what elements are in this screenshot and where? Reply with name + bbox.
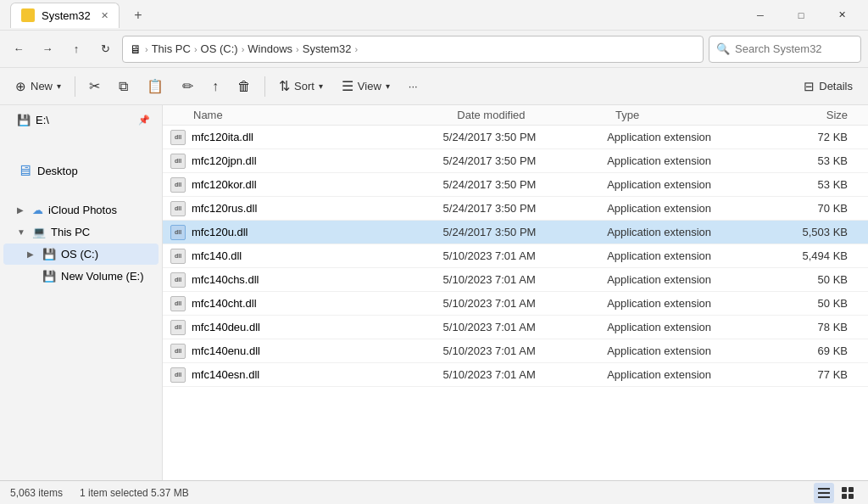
title-tab[interactable]: System32 ✕ bbox=[10, 3, 120, 28]
back-button[interactable]: ← bbox=[7, 37, 31, 61]
os-c-icon: 💾 bbox=[42, 248, 56, 260]
rename-button[interactable]: ✏ bbox=[174, 73, 202, 100]
sidebar-item-os-c[interactable]: ▶ 💾 OS (C:) bbox=[3, 244, 159, 265]
file-size: 77 KB bbox=[771, 368, 861, 381]
share-button[interactable]: ↑ bbox=[203, 73, 227, 100]
file-type: Application extension bbox=[607, 131, 771, 143]
table-row[interactable]: dllmfc140esn.dll 5/10/2023 7:01 AM Appli… bbox=[163, 363, 868, 387]
cut-button[interactable]: ✂ bbox=[81, 73, 108, 100]
sidebar-item-icloud[interactable]: ▶ ☁ iCloud Photos bbox=[3, 199, 159, 221]
os-c-label: OS (C:) bbox=[61, 248, 98, 260]
file-size: 50 KB bbox=[771, 273, 861, 286]
file-date: 5/10/2023 7:01 AM bbox=[443, 249, 608, 262]
svg-rect-0 bbox=[818, 488, 830, 490]
file-date: 5/24/2017 3:50 PM bbox=[443, 178, 608, 191]
sep-toolbar-2 bbox=[264, 76, 265, 97]
title-bar: System32 ✕ + ─ □ ✕ bbox=[0, 0, 868, 31]
file-icon: dll bbox=[170, 176, 186, 193]
table-row[interactable]: dllmfc120jpn.dll 5/24/2017 3:50 PM Appli… bbox=[163, 149, 868, 173]
delete-button[interactable]: 🗑 bbox=[229, 73, 259, 100]
file-date: 5/24/2017 3:50 PM bbox=[443, 154, 608, 167]
new-button[interactable]: ⊕ New ▾ bbox=[7, 73, 70, 100]
breadcrumb-thispc[interactable]: This PC bbox=[152, 42, 191, 55]
desktop-icon: 🖥 bbox=[17, 162, 32, 180]
new-volume-label: New Volume (E:) bbox=[61, 270, 144, 283]
delete-icon: 🗑 bbox=[237, 79, 251, 94]
minimize-button[interactable]: ─ bbox=[741, 3, 780, 28]
file-size: 69 KB bbox=[771, 344, 861, 357]
cut-icon: ✂ bbox=[89, 78, 100, 94]
table-row[interactable]: dllmfc140enu.dll 5/10/2023 7:01 AM Appli… bbox=[163, 339, 868, 363]
breadcrumb-osc[interactable]: OS (C:) bbox=[201, 42, 238, 55]
grid-view-toggle[interactable] bbox=[837, 483, 858, 503]
table-row[interactable]: dllmfc120ita.dll 5/24/2017 3:50 PM Appli… bbox=[163, 126, 868, 149]
file-icon: dll bbox=[170, 319, 186, 336]
paste-button[interactable]: 📋 bbox=[138, 73, 172, 100]
col-header-name[interactable]: Name bbox=[170, 109, 457, 121]
window-close-button[interactable]: ✕ bbox=[822, 3, 861, 28]
svg-rect-6 bbox=[849, 494, 854, 499]
search-input[interactable] bbox=[735, 42, 854, 55]
new-tab-button[interactable]: + bbox=[126, 3, 150, 27]
svg-rect-4 bbox=[849, 487, 854, 492]
icloud-label: iCloud Photos bbox=[48, 204, 117, 216]
file-type: Application extension bbox=[607, 273, 771, 286]
breadcrumb-windows[interactable]: Windows bbox=[248, 42, 292, 55]
pc-icon: 🖥 bbox=[130, 42, 142, 56]
file-type: Application extension bbox=[607, 178, 771, 191]
share-icon: ↑ bbox=[212, 79, 219, 94]
table-row[interactable]: dllmfc140.dll 5/10/2023 7:01 AM Applicat… bbox=[163, 244, 868, 268]
file-type: Application extension bbox=[607, 154, 771, 167]
sort-label: Sort bbox=[294, 80, 314, 92]
rename-icon: ✏ bbox=[182, 78, 193, 94]
file-type: Application extension bbox=[607, 344, 771, 357]
svg-rect-1 bbox=[818, 492, 830, 494]
up-button[interactable]: ↑ bbox=[64, 37, 88, 61]
toolbar: ⊕ New ▾ ✂ ⧉ 📋 ✏ ↑ 🗑 ⇅ Sort ▾ ☰ View ▾ ··… bbox=[0, 68, 868, 105]
sidebar-item-e-drive[interactable]: 💾 E:\ 📌 bbox=[3, 109, 159, 131]
col-header-size[interactable]: Size bbox=[774, 109, 861, 121]
col-header-type[interactable]: Type bbox=[615, 109, 774, 121]
file-icon: dll bbox=[170, 295, 186, 312]
breadcrumb-system32[interactable]: System32 bbox=[303, 42, 352, 55]
list-view-icon bbox=[817, 486, 831, 500]
search-box[interactable]: 🔍 bbox=[709, 36, 861, 63]
forward-button[interactable]: → bbox=[36, 37, 59, 61]
sep5: › bbox=[355, 44, 359, 54]
refresh-button[interactable]: ↻ bbox=[93, 37, 117, 61]
file-size: 53 KB bbox=[771, 178, 861, 191]
view-button[interactable]: ☰ View ▾ bbox=[333, 73, 398, 100]
copy-button[interactable]: ⧉ bbox=[110, 73, 136, 100]
table-row[interactable]: dllmfc120rus.dll 5/24/2017 3:50 PM Appli… bbox=[163, 197, 868, 221]
file-size: 50 KB bbox=[771, 297, 861, 310]
col-header-date[interactable]: Date modified bbox=[457, 109, 615, 121]
sort-button[interactable]: ⇅ Sort ▾ bbox=[270, 73, 331, 100]
breadcrumb-bar[interactable]: 🖥 › This PC › OS (C:) › Windows › System… bbox=[122, 36, 704, 63]
more-button[interactable]: ··· bbox=[400, 73, 426, 100]
plus-icon: ⊕ bbox=[15, 79, 26, 94]
sidebar-item-this-pc[interactable]: ▼ 💻 This PC bbox=[3, 221, 159, 243]
sidebar-item-new-volume[interactable]: 💾 New Volume (E:) bbox=[3, 266, 159, 287]
table-row[interactable]: dllmfc140chs.dll 5/10/2023 7:01 AM Appli… bbox=[163, 268, 868, 292]
more-icon: ··· bbox=[409, 80, 418, 92]
file-date: 5/10/2023 7:01 AM bbox=[443, 368, 608, 381]
table-row-selected[interactable]: dllmfc120u.dll 5/24/2017 3:50 PM Applica… bbox=[163, 221, 868, 244]
maximize-button[interactable]: □ bbox=[782, 3, 821, 28]
list-view-toggle[interactable] bbox=[814, 483, 834, 503]
file-date: 5/10/2023 7:01 AM bbox=[443, 344, 608, 357]
table-row[interactable]: dllmfc140deu.dll 5/10/2023 7:01 AM Appli… bbox=[163, 316, 868, 339]
new-volume-icon: 💾 bbox=[42, 270, 56, 283]
status-bar: 5,063 items 1 item selected 5.37 MB bbox=[0, 480, 868, 504]
details-button[interactable]: ⊟ Details bbox=[795, 76, 861, 98]
pin-icon: 📌 bbox=[138, 115, 150, 126]
file-date: 5/24/2017 3:50 PM bbox=[443, 226, 608, 238]
details-label: Details bbox=[819, 80, 853, 92]
table-row[interactable]: dllmfc140cht.dll 5/10/2023 7:01 AM Appli… bbox=[163, 292, 868, 316]
sidebar-item-desktop[interactable]: 🖥 Desktop bbox=[3, 158, 159, 184]
tab-close-button[interactable]: ✕ bbox=[101, 10, 108, 21]
file-size: 5,503 KB bbox=[771, 226, 861, 238]
selected-info: 1 item selected 5.37 MB bbox=[80, 487, 189, 499]
grid-view-icon bbox=[841, 486, 854, 500]
sidebar: 💾 E:\ 📌 🖥 Desktop ▶ ☁ iCloud Photos ▼ 💻 … bbox=[0, 105, 163, 480]
table-row[interactable]: dllmfc120kor.dll 5/24/2017 3:50 PM Appli… bbox=[163, 173, 868, 197]
